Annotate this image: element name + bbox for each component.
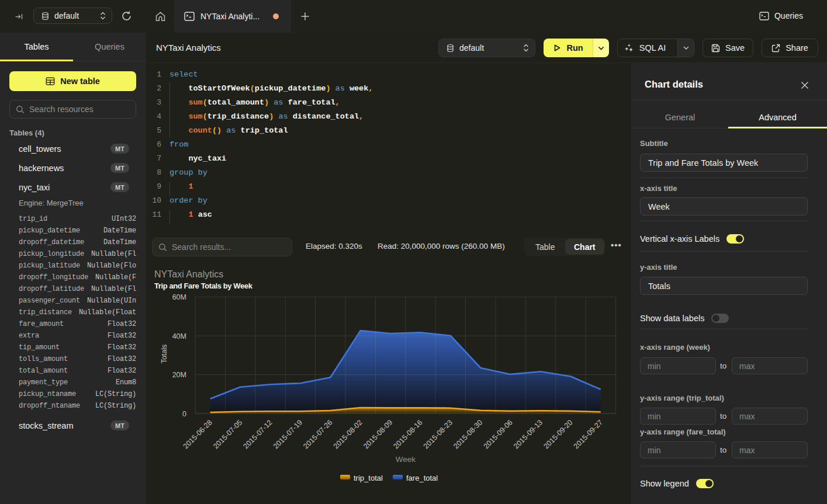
svg-text:2015-08-23: 2015-08-23 <box>422 418 454 450</box>
svg-text:60M: 60M <box>172 293 186 301</box>
svg-text:2015-08-02: 2015-08-02 <box>332 418 364 450</box>
svg-text:Week: Week <box>396 455 416 464</box>
svg-text:2015-08-30: 2015-08-30 <box>452 418 484 450</box>
svg-text:20M: 20M <box>172 371 186 379</box>
svg-text:2015-09-06: 2015-09-06 <box>482 418 514 450</box>
svg-text:fare_total: fare_total <box>406 474 438 482</box>
svg-text:2015-06-28: 2015-06-28 <box>182 418 214 450</box>
svg-text:2015-08-09: 2015-08-09 <box>362 418 394 450</box>
svg-text:NYTaxi Analytics: NYTaxi Analytics <box>154 269 223 279</box>
svg-text:2015-07-12: 2015-07-12 <box>242 418 274 450</box>
svg-text:2015-09-20: 2015-09-20 <box>542 418 574 450</box>
svg-text:2015-07-05: 2015-07-05 <box>212 418 244 450</box>
svg-text:Totals: Totals <box>160 345 168 364</box>
svg-text:2015-08-16: 2015-08-16 <box>392 418 424 450</box>
svg-text:2015-07-26: 2015-07-26 <box>302 418 334 450</box>
svg-text:Trip and Fare Totals by Week: Trip and Fare Totals by Week <box>154 281 253 290</box>
svg-text:2015-09-27: 2015-09-27 <box>572 418 604 450</box>
svg-text:trip_total: trip_total <box>354 474 383 482</box>
svg-text:40M: 40M <box>172 332 186 340</box>
svg-text:0: 0 <box>182 410 186 418</box>
svg-text:2015-09-13: 2015-09-13 <box>512 418 544 450</box>
svg-text:2015-07-19: 2015-07-19 <box>272 418 304 450</box>
